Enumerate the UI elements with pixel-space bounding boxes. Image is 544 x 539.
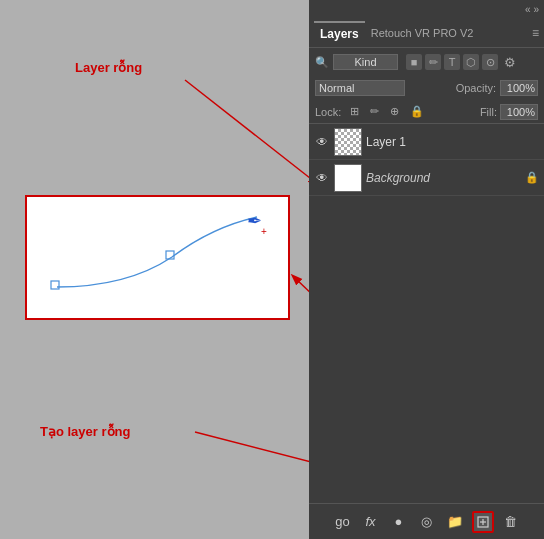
lock-row: Lock: ⊞ ✏ ⊕ 🔒 Fill: [309,100,544,124]
layer1-thumbnail [334,128,362,156]
panel-menu-icon[interactable]: ≡ [532,26,539,40]
canvas-area: ✒ + [25,195,290,320]
lock-all-icon[interactable]: 🔒 [406,103,428,120]
panel-top-bar: « » [309,0,544,18]
footer-group-btn[interactable]: 📁 [444,511,466,533]
blend-row: Normal Opacity: [309,76,544,100]
footer-delete-btn[interactable]: 🗑 [500,511,522,533]
footer-go-btn[interactable]: go [332,511,354,533]
filter-smart-icon[interactable]: ⊙ [482,54,498,70]
background-visibility-icon[interactable]: 👁 [314,170,330,186]
collapse-icon[interactable]: « » [525,4,539,15]
filter-icons: ■ ✏ T ⬡ ⊙ [406,54,498,70]
filter-type-icon[interactable]: T [444,54,460,70]
layer-item-background[interactable]: 👁 Background 🔒 [309,160,544,196]
fill-label: Fill: [480,106,497,118]
tabs-row: Layers Retouch VR PRO V2 ≡ [309,18,544,48]
background-thumbnail [334,164,362,192]
layers-list: 👁 Layer 1 👁 Background 🔒 [309,124,544,503]
layer1-visibility-icon[interactable]: 👁 [314,134,330,150]
layer1-name: Layer 1 [366,135,539,149]
search-icon: 🔍 [315,56,329,69]
lock-move-icon[interactable]: ⊕ [386,103,403,120]
filter-shape-icon[interactable]: ⬡ [463,54,479,70]
background-lock-icon: 🔒 [525,171,539,184]
filter-pixel-icon[interactable]: ■ [406,54,422,70]
blend-mode-select[interactable]: Normal [315,80,405,96]
lock-checkerboard-icon[interactable]: ⊞ [346,103,363,120]
lock-label: Lock: [315,106,341,118]
layer-item-layer1[interactable]: 👁 Layer 1 [309,124,544,160]
opacity-input[interactable] [500,80,538,96]
annotation-tao-layer-rong: Tạo layer rỗng [40,424,130,439]
annotation-layer-rong-top: Layer rỗng [75,60,142,75]
filter-settings-icon[interactable]: ⚙ [504,55,516,70]
tab-layers[interactable]: Layers [314,21,365,45]
svg-text:✒: ✒ [247,211,262,231]
layers-panel: « » Layers Retouch VR PRO V2 ≡ 🔍 Kind ■ … [309,0,544,539]
footer-adjustment-btn[interactable]: ● [388,511,410,533]
svg-text:+: + [261,226,267,237]
footer-mask-btn[interactable]: ◎ [416,511,438,533]
tab-retouch[interactable]: Retouch VR PRO V2 [365,23,480,43]
svg-line-0 [185,80,315,182]
footer-new-layer-btn[interactable] [472,511,494,533]
background-name: Background [366,171,521,185]
filter-adjustment-icon[interactable]: ✏ [425,54,441,70]
opacity-label: Opacity: [456,82,496,94]
kind-select[interactable]: Kind [333,54,398,70]
fill-input[interactable] [500,104,538,120]
panel-footer: go fx ● ◎ 📁 🗑 [309,503,544,539]
svg-rect-3 [51,281,59,289]
footer-fx-btn[interactable]: fx [360,511,382,533]
lock-draw-icon[interactable]: ✏ [366,103,383,120]
search-row: 🔍 Kind ■ ✏ T ⬡ ⊙ ⚙ [309,48,544,76]
